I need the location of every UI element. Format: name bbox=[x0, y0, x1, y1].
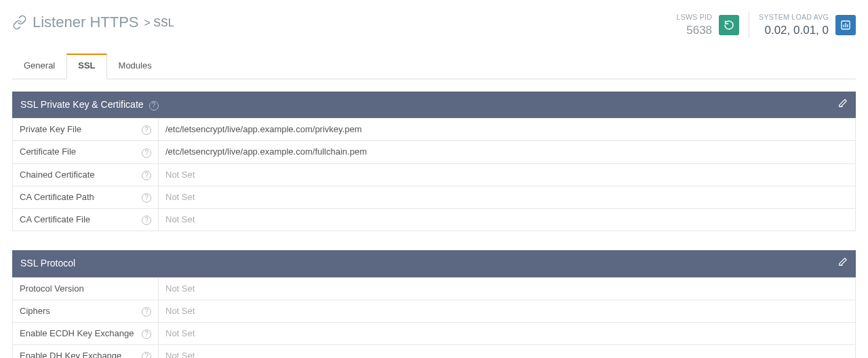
panel-title: SSL Private Key & Certificate bbox=[20, 99, 144, 110]
bar-chart-icon bbox=[840, 20, 851, 31]
panel-header: SSL Private Key & Certificate bbox=[12, 92, 856, 119]
row-label: Protocol Version bbox=[20, 283, 84, 294]
row-value: /etc/letsencrypt/live/app.example.com/pr… bbox=[159, 119, 856, 141]
row-label: Private Key File bbox=[20, 124, 81, 134]
row-value: Not Set bbox=[159, 277, 856, 300]
row-value: Not Set bbox=[159, 186, 856, 208]
lsws-pid-label: LSWS PID bbox=[677, 12, 713, 22]
panel-title: SSL Protocol bbox=[20, 258, 75, 268]
restart-button[interactable] bbox=[719, 15, 739, 35]
config-table: Protocol VersionNot SetCiphersNot SetEna… bbox=[12, 277, 856, 358]
panel: SSL Private Key & CertificatePrivate Key… bbox=[12, 92, 856, 232]
row-label: Enable ECDH Key Exchange bbox=[20, 328, 134, 338]
edit-button[interactable] bbox=[838, 98, 848, 112]
table-row: Certificate File/etc/letsencrypt/live/ap… bbox=[13, 141, 856, 163]
table-row: Chained CertificateNot Set bbox=[13, 163, 856, 186]
chain-link-icon bbox=[12, 15, 27, 30]
system-load-label: SYSTEM LOAD AVG bbox=[759, 12, 829, 22]
help-icon[interactable] bbox=[142, 327, 151, 340]
table-row: Enable ECDH Key ExchangeNot Set bbox=[13, 323, 856, 345]
row-label: CA Certificate File bbox=[20, 214, 90, 224]
panel: SSL ProtocolProtocol VersionNot SetCiphe… bbox=[12, 250, 856, 358]
help-icon[interactable] bbox=[142, 350, 151, 358]
row-value: Not Set bbox=[159, 209, 856, 231]
row-value: Not Set bbox=[159, 345, 856, 358]
row-label: CA Certificate Path bbox=[20, 192, 94, 202]
table-row: CA Certificate PathNot Set bbox=[13, 186, 856, 208]
tab-modules[interactable]: Modules bbox=[107, 54, 163, 79]
help-icon[interactable] bbox=[149, 100, 159, 110]
table-row: Protocol VersionNot Set bbox=[13, 277, 856, 300]
config-table: Private Key File/etc/letsencrypt/live/ap… bbox=[12, 118, 856, 231]
help-icon[interactable] bbox=[142, 146, 151, 158]
tab-general[interactable]: General bbox=[12, 54, 66, 79]
lsws-pid-value: 5638 bbox=[677, 22, 713, 39]
table-row: Enable DH Key ExchangeNot Set bbox=[13, 345, 856, 358]
help-icon[interactable] bbox=[142, 191, 151, 203]
help-icon[interactable] bbox=[142, 123, 151, 136]
help-icon[interactable] bbox=[142, 305, 151, 317]
status-bar: LSWS PID 5638 SYSTEM LOAD AVG 0.02, 0.01… bbox=[667, 12, 856, 38]
row-value: /etc/letsencrypt/live/app.example.com/fu… bbox=[159, 141, 856, 163]
row-value: Not Set bbox=[159, 300, 856, 322]
reload-icon bbox=[724, 20, 734, 31]
table-row: Private Key File/etc/letsencrypt/live/ap… bbox=[13, 119, 856, 141]
row-label: Chained Certificate bbox=[20, 170, 95, 180]
table-row: CA Certificate FileNot Set bbox=[13, 209, 856, 231]
dashboard-button[interactable] bbox=[835, 15, 856, 35]
row-value: Not Set bbox=[159, 323, 856, 345]
breadcrumb-sep: > bbox=[144, 17, 151, 28]
tabs: GeneralSSLModules bbox=[12, 53, 856, 79]
edit-button[interactable] bbox=[838, 257, 848, 271]
panel-header: SSL Protocol bbox=[12, 250, 856, 277]
row-value: Not Set bbox=[159, 163, 856, 186]
row-label: Enable DH Key Exchange bbox=[20, 351, 121, 358]
help-icon[interactable] bbox=[142, 169, 151, 181]
row-label: Ciphers bbox=[20, 306, 50, 316]
page-title: Listener HTTPS > SSL bbox=[12, 12, 174, 33]
row-label: Certificate File bbox=[20, 146, 76, 157]
system-load-value: 0.02, 0.01, 0 bbox=[759, 22, 829, 39]
table-row: CiphersNot Set bbox=[13, 300, 856, 322]
breadcrumb-prefix: Listener HTTPS bbox=[33, 12, 139, 33]
breadcrumb-current: SSL bbox=[153, 17, 174, 28]
tab-ssl[interactable]: SSL bbox=[66, 54, 106, 79]
help-icon[interactable] bbox=[142, 214, 151, 226]
